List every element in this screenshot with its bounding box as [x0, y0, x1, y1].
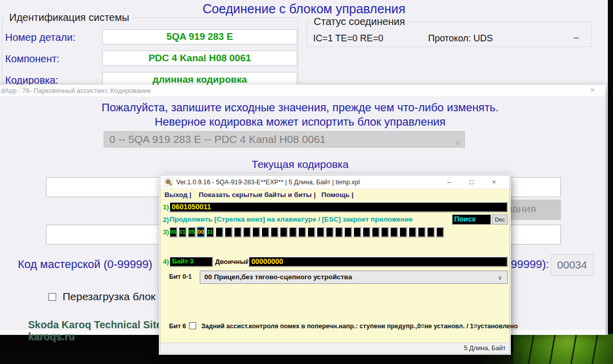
- byte-cell[interactable]: [307, 227, 315, 237]
- byte-cell[interactable]: [325, 227, 334, 237]
- status-dash: –: [574, 32, 579, 43]
- byte-cell[interactable]: [335, 227, 343, 237]
- identification-group-label: Идентификация системы: [7, 12, 132, 23]
- byte-cell[interactable]: [289, 227, 297, 237]
- byte-cell[interactable]: [408, 227, 416, 237]
- workshop-code-label-right-fragment: 99999):: [511, 258, 549, 271]
- bit01-dropdown[interactable]: 00 Прицеп,без тягово-сцепного устройства…: [200, 271, 508, 284]
- byte-cell[interactable]: [362, 227, 370, 237]
- reboot-checkbox[interactable]: [49, 293, 56, 301]
- warning-line-2: Неверное кодировка может испортить блок …: [0, 115, 605, 129]
- byte-cell[interactable]: 00: [197, 227, 205, 237]
- coding-dialog-title: dApp : 76- Парковочный ассистент, Кодиро…: [1, 87, 151, 94]
- byte-cell[interactable]: [261, 227, 269, 237]
- component-label: Компонент:: [5, 53, 59, 65]
- xpl-editor-window: Ver.1.0.9.16 - 5QA-919-283-E**EXP** | 5 …: [160, 175, 510, 354]
- coding-string-input[interactable]: 0601050011: [169, 202, 508, 212]
- bit6-checkbox[interactable]: [189, 322, 196, 329]
- row4-number: 4): [163, 258, 169, 265]
- editor-statusbar: 5 Длина, Байт: [160, 343, 509, 353]
- chevron-down-icon: ∨: [498, 272, 502, 284]
- byte-cell[interactable]: [436, 227, 444, 237]
- byte-cell[interactable]: [252, 227, 260, 237]
- byte-cell[interactable]: [417, 227, 426, 237]
- current-coding-label: Текущая кодировка: [0, 158, 605, 171]
- ecu-dropdown[interactable]: 0 -- 5QA 919 283 E -- PDC 4 Kanal H08 00…: [104, 131, 465, 148]
- coding-action-button-visible-text: вания: [507, 203, 536, 215]
- close-icon[interactable]: ×: [587, 86, 598, 95]
- binary-label: Двоичный:: [215, 258, 252, 265]
- wallpaper-grass-fade: [475, 352, 521, 364]
- connection-flags: IC=1 TE=0 RE=0: [313, 33, 383, 44]
- byte-cell[interactable]: [316, 227, 324, 237]
- byte-cell[interactable]: [215, 227, 223, 237]
- warning-line-1: Пожалуйста, запишите исходные значения, …: [0, 101, 605, 114]
- ecu-dropdown-value: 0 -- 5QA 919 283 E -- PDC 4 Kanal H08 00…: [109, 133, 326, 145]
- reboot-checkbox-row[interactable]: Перезагрузка блок: [49, 290, 155, 303]
- part-number-field: 5QA 919 283 E: [102, 29, 297, 44]
- editor-titlebar[interactable]: Ver.1.0.9.16 - 5QA-919-283-E**EXP** | 5 …: [160, 176, 509, 189]
- protocol-value: Протокол: UDS: [428, 33, 493, 44]
- byte-cell[interactable]: [371, 227, 380, 237]
- component-field: PDC 4 Kanal H08 0061: [102, 51, 297, 66]
- connection-status-group-label: Статус соединения: [311, 16, 408, 28]
- bit6-label: Бит 6: [169, 323, 186, 330]
- byte-cell[interactable]: 01: [178, 227, 186, 237]
- watermark-line-1: Skoda Karoq Technical Site: [28, 319, 162, 331]
- binary-value-input[interactable]: 00000000: [248, 256, 508, 267]
- menu-show-hidden-bytes[interactable]: Показать скрытые байты и биты |: [199, 191, 316, 199]
- menu-exit[interactable]: Выход |: [164, 191, 192, 199]
- byte-cell[interactable]: [344, 227, 352, 237]
- byte-cell[interactable]: [233, 227, 242, 237]
- keyboard-hint-text: Продолжить [Стрелка вниз] на клавиатуре …: [170, 215, 413, 223]
- row2-number: 2): [163, 216, 169, 224]
- byte-cell[interactable]: [298, 227, 306, 237]
- watermark-line-2: karoqs.ru: [28, 331, 162, 343]
- byte-cell[interactable]: [270, 227, 278, 237]
- byte-cell[interactable]: [427, 227, 435, 237]
- byte-cell[interactable]: [243, 227, 251, 237]
- editor-menubar: Выход | Показать скрытые байты и биты | …: [160, 189, 509, 201]
- selected-byte-label: Байт 3: [169, 256, 213, 267]
- dec-button[interactable]: Dec: [492, 214, 508, 225]
- wallpaper-grass-image: [513, 334, 613, 364]
- search-input[interactable]: Поиск: [452, 214, 491, 225]
- row3-number: 3): [163, 228, 169, 236]
- part-number-label: Номер детали:: [5, 32, 76, 43]
- workshop-code-label: Код мастерской (0-99999): [18, 258, 152, 271]
- maximize-icon[interactable]: □: [460, 176, 483, 189]
- close-icon[interactable]: ×: [483, 176, 505, 189]
- byte-cell[interactable]: 11: [206, 227, 214, 237]
- byte-cell[interactable]: [279, 227, 288, 237]
- bit01-label: Бит 0-1: [169, 273, 192, 280]
- workshop-code-field[interactable]: 00034: [551, 254, 594, 276]
- coding-dialog-titlebar[interactable]: dApp : 76- Парковочный ассистент, Кодиро…: [0, 85, 605, 97]
- app-icon: [164, 178, 173, 186]
- bit6-description: Задний ассист.контроля помех в поперечн.…: [201, 323, 518, 330]
- chevron-down-icon: ∨: [455, 135, 460, 148]
- byte-cell[interactable]: 05: [187, 227, 196, 237]
- menu-help[interactable]: Помощь |: [321, 191, 353, 199]
- bit01-dropdown-value: 00 Прицеп,без тягово-сцепного устройства: [204, 273, 352, 281]
- minimize-icon[interactable]: –: [438, 176, 460, 189]
- statusbar-text: 5 Длина, Байт: [464, 345, 506, 352]
- reboot-checkbox-label: Перезагрузка блок: [62, 290, 155, 302]
- byte-cell[interactable]: [224, 227, 232, 237]
- byte-cell[interactable]: [381, 227, 389, 237]
- byte-cell[interactable]: [390, 227, 398, 237]
- connection-status-groupbox: Статус соединения IC=1 TE=0 RE=0 Протоко…: [306, 21, 592, 47]
- row1-number: 1): [163, 203, 169, 211]
- byte-cells: 0601050011: [169, 227, 509, 238]
- byte-cell[interactable]: [353, 227, 361, 237]
- editor-title: Ver.1.0.9.16 - 5QA-919-283-E**EXP** | 5 …: [176, 179, 360, 186]
- site-watermark: Skoda Karoq Technical Site karoqs.ru: [28, 319, 162, 343]
- byte-cell[interactable]: [399, 227, 407, 237]
- byte-cell[interactable]: 06: [169, 227, 177, 237]
